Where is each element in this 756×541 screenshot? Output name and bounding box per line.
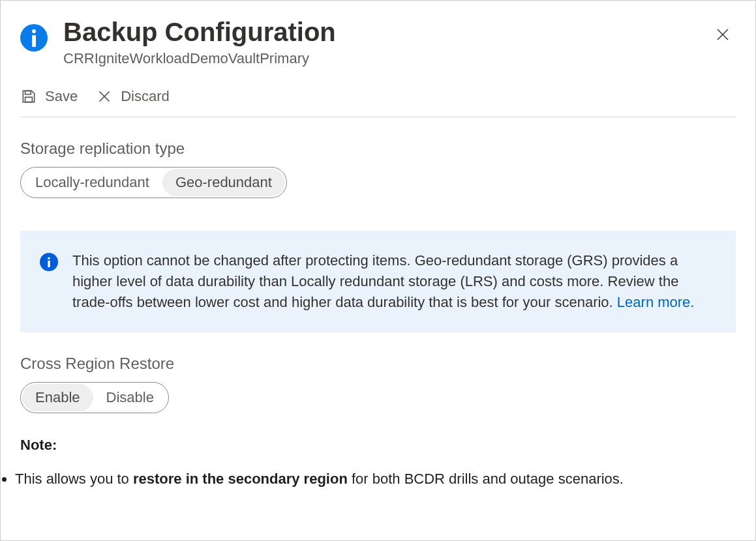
backup-configuration-panel: Backup Configuration CRRIgniteWorkloadDe… bbox=[1, 1, 755, 454]
toolbar: Save Discard bbox=[20, 88, 736, 117]
svg-rect-1 bbox=[32, 35, 36, 47]
discard-button[interactable]: Discard bbox=[96, 88, 170, 105]
info-icon bbox=[20, 24, 48, 51]
discard-icon bbox=[96, 88, 113, 105]
option-locally-redundant[interactable]: Locally-redundant bbox=[22, 169, 162, 196]
page-subtitle: CRRIgniteWorkloadDemoVaultPrimary bbox=[63, 50, 710, 67]
cross-region-restore-label: Cross Region Restore bbox=[20, 355, 736, 373]
close-button[interactable] bbox=[710, 22, 736, 48]
note-suffix: for both BCDR drills and outage scenario… bbox=[348, 471, 624, 487]
learn-more-link[interactable]: Learn more. bbox=[617, 294, 695, 310]
cross-region-restore-toggle: Enable Disable bbox=[20, 382, 169, 413]
discard-label: Discard bbox=[121, 88, 170, 105]
note-list: This allows you to restore in the second… bbox=[1, 469, 755, 490]
save-icon bbox=[20, 88, 37, 105]
info-icon bbox=[40, 253, 58, 271]
option-geo-redundant[interactable]: Geo-redundant bbox=[162, 169, 285, 196]
svg-rect-9 bbox=[48, 261, 50, 267]
info-message: This option cannot be changed after prot… bbox=[72, 252, 678, 310]
option-enable[interactable]: Enable bbox=[22, 384, 93, 411]
page-title: Backup Configuration bbox=[63, 16, 710, 48]
panel-header: Backup Configuration CRRIgniteWorkloadDe… bbox=[20, 16, 736, 67]
storage-replication-toggle: Locally-redundant Geo-redundant bbox=[20, 167, 287, 198]
svg-point-8 bbox=[48, 257, 50, 259]
save-label: Save bbox=[45, 88, 78, 105]
storage-replication-label: Storage replication type bbox=[20, 139, 736, 158]
save-button[interactable]: Save bbox=[20, 88, 78, 105]
note-prefix: This allows you to bbox=[15, 471, 133, 487]
note-item: This allows you to restore in the second… bbox=[15, 469, 755, 490]
note-label: Note: bbox=[20, 437, 736, 454]
info-text: This option cannot be changed after prot… bbox=[72, 250, 716, 313]
option-disable[interactable]: Disable bbox=[93, 384, 167, 411]
svg-point-0 bbox=[32, 29, 36, 33]
info-box: This option cannot be changed after prot… bbox=[20, 231, 736, 332]
header-text: Backup Configuration CRRIgniteWorkloadDe… bbox=[63, 16, 710, 67]
close-icon bbox=[715, 27, 731, 42]
svg-rect-4 bbox=[25, 91, 31, 94]
note-bold: restore in the secondary region bbox=[133, 471, 348, 487]
svg-rect-5 bbox=[25, 97, 33, 102]
